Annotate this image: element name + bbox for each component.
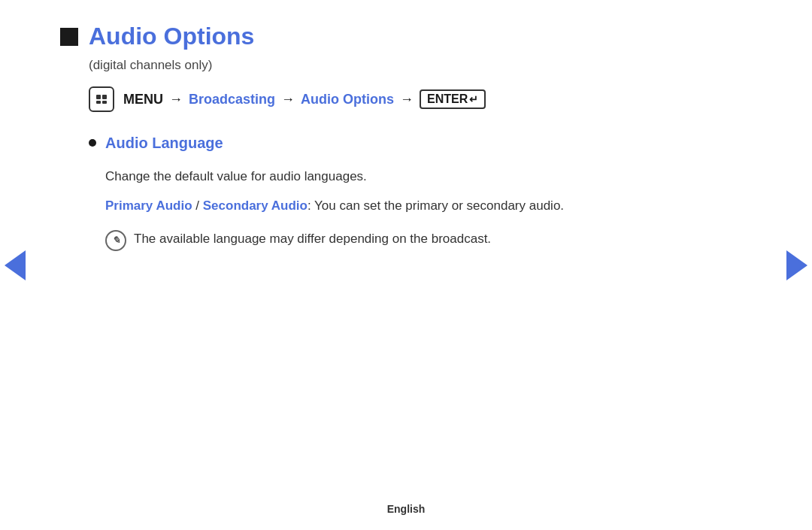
note-icon: ✎ xyxy=(105,230,126,251)
nav-left-button[interactable] xyxy=(0,247,30,284)
svg-rect-1 xyxy=(102,95,107,99)
subtitle: (digital channels only) xyxy=(89,58,752,73)
note-icon-symbol: ✎ xyxy=(112,235,120,246)
menu-label: MENU xyxy=(123,92,163,108)
menu-icon xyxy=(89,86,114,112)
enter-label: ENTER xyxy=(427,92,468,106)
description-text: Change the default value for audio langu… xyxy=(105,167,752,186)
primary-audio-label: Primary Audio xyxy=(105,198,192,213)
left-arrow-icon xyxy=(5,250,26,280)
enter-symbol: ↵ xyxy=(469,93,478,105)
svg-rect-0 xyxy=(96,95,101,99)
page-container: Audio Options (digital channels only) ME… xyxy=(0,0,812,530)
svg-rect-2 xyxy=(96,101,101,104)
breadcrumb-arrow-3: → xyxy=(400,92,414,108)
section-icon xyxy=(60,28,78,46)
footer: English xyxy=(387,503,426,515)
breadcrumb-link-broadcasting: Broadcasting xyxy=(189,92,275,108)
right-arrow-icon xyxy=(786,250,807,280)
primary-secondary-row: Primary Audio / Secondary Audio: You can… xyxy=(105,195,752,216)
section-content: Audio Language Change the default value … xyxy=(89,135,752,251)
page-title: Audio Options xyxy=(89,23,254,50)
breadcrumb-arrow-1: → xyxy=(169,92,183,108)
note-row: ✎ The available language may differ depe… xyxy=(105,229,752,251)
svg-rect-3 xyxy=(102,101,107,104)
bullet-dot xyxy=(89,139,96,147)
title-row: Audio Options xyxy=(60,23,752,50)
primary-secondary-suffix: : You can set the primary or secondary a… xyxy=(308,198,564,213)
breadcrumb-link-audio-options: Audio Options xyxy=(301,92,394,108)
secondary-audio-label: Secondary Audio xyxy=(203,198,308,213)
audio-language-item: Audio Language xyxy=(89,135,752,158)
breadcrumb-arrow-2: → xyxy=(281,92,295,108)
note-text: The available language may differ depend… xyxy=(134,229,491,249)
nav-right-button[interactable] xyxy=(782,247,812,284)
breadcrumb: MENU → Broadcasting → Audio Options → EN… xyxy=(89,86,752,112)
footer-language: English xyxy=(387,503,426,515)
audio-language-heading: Audio Language xyxy=(105,135,223,152)
separator: / xyxy=(192,198,203,213)
enter-button-box: ENTER↵ xyxy=(420,89,486,109)
